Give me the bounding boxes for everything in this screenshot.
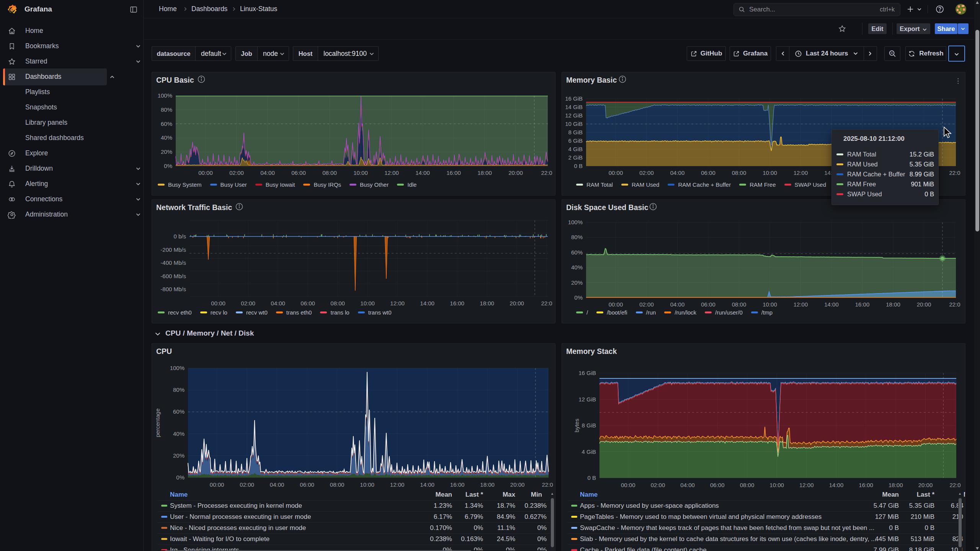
svg-text:00:00: 00:00 <box>198 170 213 176</box>
svg-text:8 GiB: 8 GiB <box>568 129 583 135</box>
svg-text:02:00: 02:00 <box>639 170 654 176</box>
svg-text:00:00: 00:00 <box>210 481 224 488</box>
svg-text:4 GiB: 4 GiB <box>581 448 596 455</box>
svg-text:22:0: 22:0 <box>541 300 552 306</box>
svg-text:10:00: 10:00 <box>353 170 368 176</box>
svg-text:percentage: percentage <box>154 408 161 437</box>
svg-text:-600 Mb/s: -600 Mb/s <box>160 273 186 279</box>
svg-text:18:00: 18:00 <box>480 481 495 488</box>
svg-text:12 GiB: 12 GiB <box>565 112 583 119</box>
svg-text:06:00: 06:00 <box>701 170 715 176</box>
svg-text:08:00: 08:00 <box>740 482 755 488</box>
svg-text:40%: 40% <box>173 430 185 437</box>
svg-text:18:00: 18:00 <box>480 300 494 306</box>
svg-text:12:00: 12:00 <box>390 481 405 488</box>
svg-text:22:0: 22:0 <box>949 170 960 176</box>
svg-text:08:00: 08:00 <box>330 300 345 306</box>
svg-text:18:00: 18:00 <box>477 170 492 176</box>
svg-text:14 GiB: 14 GiB <box>565 104 583 110</box>
svg-text:04:00: 04:00 <box>670 301 685 308</box>
svg-text:20:00: 20:00 <box>917 301 931 308</box>
svg-text:10:00: 10:00 <box>763 301 777 308</box>
svg-text:14:00: 14:00 <box>420 481 434 488</box>
svg-text:16:00: 16:00 <box>855 301 870 308</box>
svg-text:00:00: 00:00 <box>609 301 623 308</box>
svg-text:0 B: 0 B <box>587 474 596 481</box>
svg-text:80%: 80% <box>173 386 185 393</box>
svg-text:2 GiB: 2 GiB <box>568 154 583 161</box>
svg-text:10 GiB: 10 GiB <box>565 121 583 127</box>
svg-text:100%: 100% <box>568 219 583 225</box>
svg-text:14:00: 14:00 <box>829 482 844 488</box>
svg-text:100%: 100% <box>170 365 185 371</box>
svg-text:14:00: 14:00 <box>824 301 839 308</box>
svg-text:20:00: 20:00 <box>510 481 525 488</box>
svg-text:12:00: 12:00 <box>794 170 808 176</box>
svg-text:40%: 40% <box>161 134 172 141</box>
svg-text:20:00: 20:00 <box>510 300 524 306</box>
svg-text:80%: 80% <box>571 234 583 240</box>
svg-text:12:00: 12:00 <box>384 170 399 176</box>
svg-text:22:0: 22:0 <box>949 301 960 308</box>
svg-text:20:00: 20:00 <box>508 170 523 176</box>
svg-text:06:00: 06:00 <box>291 170 306 176</box>
svg-text:10:00: 10:00 <box>360 300 375 306</box>
svg-text:08:00: 08:00 <box>322 170 337 176</box>
svg-text:60%: 60% <box>173 408 185 415</box>
svg-text:10:00: 10:00 <box>763 170 777 176</box>
svg-text:02:00: 02:00 <box>651 482 665 488</box>
svg-text:00:00: 00:00 <box>621 482 635 488</box>
svg-text:80%: 80% <box>161 106 172 113</box>
svg-text:18:00: 18:00 <box>889 482 903 488</box>
svg-text:02:00: 02:00 <box>639 301 654 308</box>
svg-text:06:00: 06:00 <box>710 482 725 488</box>
svg-text:16:00: 16:00 <box>450 300 464 306</box>
svg-text:10:00: 10:00 <box>769 482 784 488</box>
svg-text:4 GiB: 4 GiB <box>568 146 583 152</box>
svg-text:00:00: 00:00 <box>609 170 623 176</box>
svg-text:bytes: bytes <box>573 419 580 432</box>
svg-text:12 GiB: 12 GiB <box>578 396 596 403</box>
svg-text:16 GiB: 16 GiB <box>578 370 596 376</box>
svg-text:04:00: 04:00 <box>680 482 695 488</box>
svg-text:40%: 40% <box>571 264 583 271</box>
svg-text:22:0: 22:0 <box>541 170 552 176</box>
svg-text:02:00: 02:00 <box>229 170 244 176</box>
svg-text:04:00: 04:00 <box>670 170 685 176</box>
svg-text:60%: 60% <box>161 121 172 127</box>
svg-text:12:00: 12:00 <box>390 300 405 306</box>
svg-text:06:00: 06:00 <box>301 300 315 306</box>
svg-text:60%: 60% <box>571 249 583 256</box>
svg-text:04:00: 04:00 <box>270 481 284 488</box>
svg-text:08:00: 08:00 <box>732 170 746 176</box>
svg-text:04:00: 04:00 <box>271 300 285 306</box>
svg-text:16:00: 16:00 <box>446 170 461 176</box>
svg-text:14:00: 14:00 <box>415 170 430 176</box>
svg-text:18:00: 18:00 <box>886 301 900 308</box>
svg-text:00:00: 00:00 <box>211 300 225 306</box>
svg-text:08:00: 08:00 <box>330 481 345 488</box>
svg-text:0 B: 0 B <box>574 163 583 169</box>
svg-text:0%: 0% <box>176 474 185 481</box>
svg-text:-400 Mb/s: -400 Mb/s <box>160 259 186 266</box>
svg-text:16:00: 16:00 <box>859 482 873 488</box>
svg-text:0 b/s: 0 b/s <box>173 233 186 240</box>
svg-text:04:00: 04:00 <box>260 170 275 176</box>
svg-text:0%: 0% <box>164 163 172 169</box>
svg-text:-800 Mb/s: -800 Mb/s <box>160 286 186 292</box>
svg-text:06:00: 06:00 <box>701 301 715 308</box>
svg-text:8 GiB: 8 GiB <box>581 422 596 429</box>
svg-text:16:00: 16:00 <box>450 481 465 488</box>
svg-text:20:00: 20:00 <box>918 482 933 488</box>
svg-text:14:00: 14:00 <box>420 300 434 306</box>
svg-text:20%: 20% <box>173 452 185 459</box>
svg-text:22:0: 22:0 <box>542 481 553 488</box>
svg-text:12:00: 12:00 <box>794 301 808 308</box>
svg-text:06:00: 06:00 <box>300 481 314 488</box>
svg-text:08:00: 08:00 <box>732 301 746 308</box>
svg-text:0%: 0% <box>574 294 583 301</box>
svg-text:12:00: 12:00 <box>799 482 814 488</box>
svg-text:02:00: 02:00 <box>241 300 255 306</box>
svg-text:20%: 20% <box>571 279 583 286</box>
svg-text:20%: 20% <box>161 148 172 155</box>
